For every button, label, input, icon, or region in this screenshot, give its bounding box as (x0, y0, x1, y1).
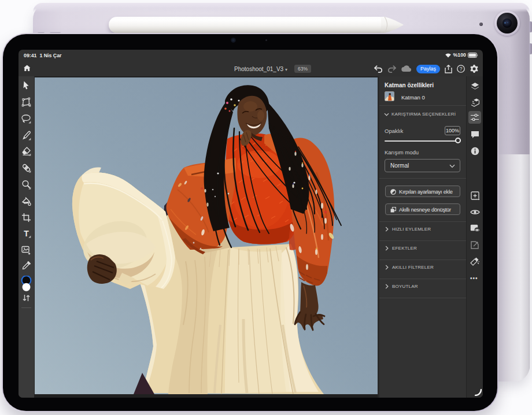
svg-text:T: T (24, 229, 29, 238)
svg-text:?: ? (460, 66, 463, 72)
